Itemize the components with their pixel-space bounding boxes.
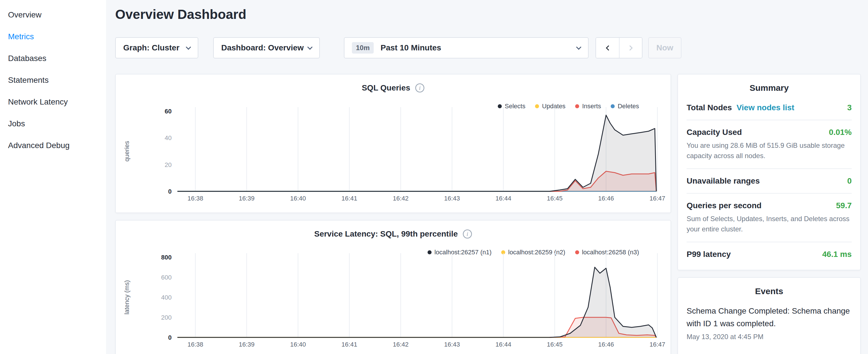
summary-panel: Summary Total Nodes View nodes list 3 Ca…	[677, 74, 861, 270]
svg-text:16:44: 16:44	[495, 341, 511, 348]
now-button[interactable]: Now	[648, 37, 681, 58]
summary-subtext: Sum of Selects, Updates, Inserts, and De…	[687, 214, 852, 234]
summary-row-p99-latency: P99 latency 46.1 ms	[687, 242, 852, 266]
sidebar-item-advanced-debug[interactable]: Advanced Debug	[0, 135, 106, 156]
sidebar-item-overview[interactable]: Overview	[0, 4, 106, 26]
time-range-chip: 10m	[352, 42, 374, 54]
view-nodes-list-link[interactable]: View nodes list	[737, 103, 794, 112]
chart-title: SQL Queries	[362, 83, 410, 93]
summary-label: Queries per second	[687, 201, 762, 210]
info-icon[interactable]: i	[463, 229, 472, 239]
summary-value: 0.01%	[825, 128, 852, 137]
svg-text:800: 800	[161, 254, 172, 261]
svg-text:16:41: 16:41	[342, 341, 358, 348]
chart-title: Service Latency: SQL, 99th percentile	[314, 229, 458, 238]
svg-text:16:38: 16:38	[187, 341, 203, 348]
chevron-down-icon	[186, 44, 191, 50]
sidebar-item-metrics[interactable]: Metrics	[0, 26, 106, 47]
controls-row: Graph: Cluster Dashboard: Overview 10m P…	[115, 37, 861, 58]
sidebar-item-statements[interactable]: Statements	[0, 69, 106, 91]
event-date: May 13, 2020 at 4:45 PM	[687, 333, 852, 341]
svg-text:40: 40	[165, 134, 172, 141]
chart-plot: 16:3816:3916:4016:4116:4216:4316:4416:45…	[116, 100, 672, 208]
svg-text:16:46: 16:46	[598, 195, 614, 202]
info-icon[interactable]: i	[415, 83, 425, 93]
sql-queries-chart-card: SQL Queries i SelectsUpdatesInsertsDelet…	[115, 74, 671, 213]
chevron-right-icon	[627, 45, 632, 51]
summary-subtext: You are using 28.6 MiB of 515.9 GiB usab…	[687, 140, 852, 161]
events-panel: Events Schema Change Completed: Schema c…	[677, 277, 861, 354]
svg-text:16:41: 16:41	[342, 195, 358, 202]
summary-row-queries-per-second: Queries per second 59.7 Sum of Selects, …	[687, 194, 852, 242]
svg-text:16:46: 16:46	[598, 341, 614, 348]
time-range-label: Past 10 Minutes	[380, 43, 441, 53]
svg-text:16:42: 16:42	[393, 341, 409, 348]
summary-label: Unavailable ranges	[687, 176, 760, 186]
graph-scope-label: Graph: Cluster	[123, 43, 179, 53]
svg-text:i: i	[467, 231, 468, 237]
chevron-down-icon	[576, 44, 581, 50]
summary-label: Total Nodes	[687, 103, 732, 112]
app: Overview Metrics Databases Statements Ne…	[0, 0, 868, 354]
svg-text:16:42: 16:42	[393, 195, 409, 202]
summary-value: 3	[842, 103, 852, 112]
svg-text:0: 0	[168, 334, 172, 341]
summary-row-capacity-used: Capacity Used 0.01% You are using 28.6 M…	[687, 120, 852, 169]
svg-text:16:44: 16:44	[495, 195, 511, 202]
svg-text:400: 400	[161, 294, 172, 301]
chart-plot-area: 16:3816:3916:4016:4116:4216:4316:4416:45…	[116, 100, 672, 208]
svg-text:16:38: 16:38	[187, 195, 203, 202]
time-range-dropdown[interactable]: 10m Past 10 Minutes	[344, 37, 589, 58]
dashboard-label: Dashboard: Overview	[221, 43, 304, 53]
event-text: Schema Change Completed: Schema change w…	[687, 305, 852, 330]
summary-title: Summary	[687, 83, 852, 93]
right-column: Summary Total Nodes View nodes list 3 Ca…	[677, 74, 861, 354]
summary-row-unavailable-ranges: Unavailable ranges 0	[687, 169, 852, 194]
svg-text:16:47: 16:47	[649, 195, 665, 202]
svg-text:60: 60	[165, 108, 172, 115]
main-content: Overview Dashboard Graph: Cluster Dashbo…	[106, 0, 868, 354]
svg-text:16:43: 16:43	[444, 341, 460, 348]
svg-text:16:40: 16:40	[290, 195, 306, 202]
svg-text:600: 600	[161, 274, 172, 281]
summary-value: 46.1 ms	[817, 250, 852, 259]
time-prev-button[interactable]	[596, 38, 619, 58]
svg-text:16:43: 16:43	[444, 195, 460, 202]
svg-text:16:39: 16:39	[239, 341, 254, 348]
sidebar-item-network-latency[interactable]: Network Latency	[0, 91, 106, 113]
chevron-left-icon	[606, 45, 611, 51]
page-title: Overview Dashboard	[115, 6, 861, 22]
chevron-down-icon	[307, 44, 312, 50]
chart-plot: 16:3816:3916:4016:4116:4216:4316:4416:45…	[116, 246, 672, 354]
graph-scope-dropdown[interactable]: Graph: Cluster	[115, 37, 198, 58]
summary-row-total-nodes: Total Nodes View nodes list 3	[687, 96, 852, 120]
chart-plot-area: 16:3816:3916:4016:4116:4216:4316:4416:45…	[116, 246, 672, 354]
svg-text:queries: queries	[123, 141, 130, 162]
svg-text:16:40: 16:40	[290, 341, 306, 348]
chart-header: SQL Queries i	[116, 83, 671, 93]
sidebar-item-databases[interactable]: Databases	[0, 47, 106, 69]
time-step-buttons	[595, 37, 643, 58]
summary-label: P99 latency	[687, 250, 731, 259]
events-title: Events	[687, 286, 852, 296]
dashboard-dropdown[interactable]: Dashboard: Overview	[213, 37, 320, 58]
sidebar-item-jobs[interactable]: Jobs	[0, 113, 106, 135]
svg-text:16:39: 16:39	[239, 195, 254, 202]
svg-text:16:47: 16:47	[649, 341, 665, 348]
svg-text:20: 20	[165, 161, 172, 168]
event-item: Schema Change Completed: Schema change w…	[687, 305, 852, 341]
summary-value: 59.7	[832, 201, 852, 210]
chart-header: Service Latency: SQL, 99th percentile i	[116, 229, 671, 239]
time-next-button[interactable]	[619, 38, 642, 58]
sidebar: Overview Metrics Databases Statements Ne…	[0, 0, 106, 354]
svg-text:i: i	[419, 85, 421, 91]
dashboard-body: SQL Queries i SelectsUpdatesInsertsDelet…	[115, 74, 861, 354]
svg-text:16:45: 16:45	[547, 195, 562, 202]
charts-column: SQL Queries i SelectsUpdatesInsertsDelet…	[115, 74, 671, 354]
svg-text:16:45: 16:45	[547, 341, 562, 348]
service-latency-chart-card: Service Latency: SQL, 99th percentile i …	[115, 220, 671, 354]
summary-label: Capacity Used	[687, 128, 742, 137]
svg-text:200: 200	[161, 314, 172, 321]
svg-text:0: 0	[168, 188, 172, 195]
svg-text:latency (ms): latency (ms)	[123, 280, 130, 315]
